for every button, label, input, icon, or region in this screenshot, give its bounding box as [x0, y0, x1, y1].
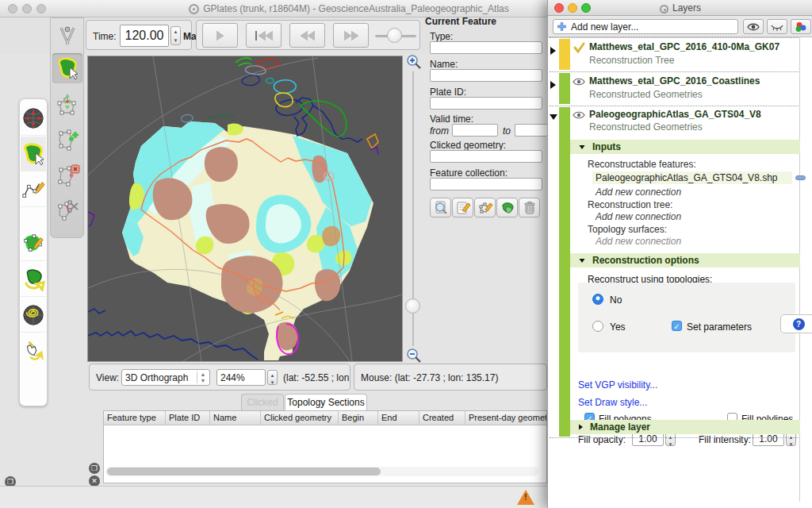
edit-geometry-button[interactable]: [474, 198, 496, 217]
manage-layer-header[interactable]: Manage layer: [570, 420, 800, 434]
name-field[interactable]: [430, 69, 542, 82]
float-dock-icon[interactable]: ❐: [89, 463, 100, 474]
col-name[interactable]: Name: [210, 411, 261, 425]
delete-feature-button[interactable]: [519, 198, 540, 217]
time-slider-handle[interactable]: [387, 28, 402, 43]
layer2-eye-icon[interactable]: [573, 77, 585, 88]
warning-icon[interactable]: [517, 490, 534, 505]
view-label: View:: [96, 372, 119, 383]
choose-feature-tool[interactable]: [52, 53, 82, 83]
zoom-percent-input[interactable]: 244%: [216, 369, 266, 386]
set-draw-style-link[interactable]: Set Draw style...: [578, 397, 647, 408]
valid-time-from-field[interactable]: [452, 124, 498, 137]
edit-feature-button[interactable]: [452, 198, 473, 217]
choose-feature-tool-main[interactable]: [21, 137, 46, 171]
layer2-name: Matthews_etal_GPC_2016_Coastlines: [589, 75, 760, 87]
add-new-layer-button[interactable]: Add new layer...: [553, 19, 738, 34]
input-file-row[interactable]: PaleogeographicAtlas_GA_GTS04_V8.shp: [592, 171, 792, 184]
tab-clicked[interactable]: Clicked: [241, 394, 284, 410]
zoom-slider-handle[interactable]: [405, 298, 420, 314]
layers-window: Layers Add new layer...: [547, 0, 812, 508]
zoom-percent-stepper[interactable]: ▲▼: [267, 370, 278, 385]
collapse-layer3-icon[interactable]: [550, 114, 557, 120]
table-horizontal-scrollbar[interactable]: [105, 467, 538, 476]
zoom-in-icon[interactable]: [406, 54, 422, 71]
current-feature-title: Current Feature: [425, 16, 496, 27]
feature-collection-field[interactable]: [430, 178, 542, 190]
insert-vertex-tool[interactable]: [52, 125, 82, 155]
radio-no[interactable]: [592, 294, 603, 305]
step-back-button[interactable]: [289, 23, 325, 48]
layer1-check-icon[interactable]: [573, 42, 585, 55]
set-vgp-visibility-link[interactable]: Set VGP visibility...: [578, 379, 657, 391]
delete-vertex-tool[interactable]: [52, 160, 82, 190]
move-vertex-tool[interactable]: [52, 90, 82, 120]
eye-closed-icon: [771, 22, 783, 32]
choose-feature-icon: [55, 56, 80, 81]
seek-start-button[interactable]: [246, 23, 282, 48]
radio-no-label: No: [610, 294, 622, 306]
set-parameters-checkbox[interactable]: ✓: [672, 321, 682, 331]
step-forward-button[interactable]: [333, 23, 369, 48]
col-end[interactable]: End: [378, 411, 419, 425]
show-all-layers-button[interactable]: [743, 19, 764, 34]
radio-yes[interactable]: [592, 321, 603, 332]
layer-row-reconstruction-tree[interactable]: Matthews_etal_GPC_2016_410-0Ma_GK07 Reco…: [548, 38, 800, 71]
small-circle-tool[interactable]: [21, 333, 46, 368]
add-connection-topology[interactable]: Add new connection: [596, 236, 681, 247]
type-field[interactable]: [430, 41, 542, 54]
options-collapse-icon: [580, 259, 585, 263]
layer-row-coastlines[interactable]: Matthews_etal_GPC_2016_Coastlines Recons…: [548, 72, 800, 105]
table-header-row: Feature type Plate ID Name Clicked geome…: [104, 411, 546, 425]
query-feature-button[interactable]: [430, 198, 451, 217]
layer3-eye-icon[interactable]: [573, 110, 585, 121]
col-feature-type[interactable]: Feature type: [104, 411, 166, 425]
layer3-name: PaleogeographicAtlas_GA_GTS04_V8: [589, 109, 761, 120]
valid-time-to-field[interactable]: [515, 124, 547, 137]
modify-pole-tool[interactable]: [21, 298, 46, 333]
measure-distance-tool[interactable]: [52, 21, 82, 51]
colour-layers-button[interactable]: [791, 19, 811, 34]
screen: GPlates (trunk, r18604M) - GeoscienceAus…: [0, 0, 812, 508]
query-icon: [433, 200, 449, 216]
col-created[interactable]: Created: [419, 411, 465, 425]
help-button[interactable]: ?: [780, 314, 812, 333]
hide-all-layers-button[interactable]: [767, 19, 787, 34]
time-stepper[interactable]: ▲▼: [170, 26, 181, 45]
close-dock-icon[interactable]: ✕: [89, 475, 100, 487]
add-connection-features[interactable]: Add new connection: [596, 187, 681, 198]
col-begin[interactable]: Begin: [339, 411, 378, 425]
inputs-section-header[interactable]: Inputs: [570, 140, 800, 154]
time-label: Time:: [93, 31, 117, 42]
split-feature-tool[interactable]: [52, 194, 82, 225]
topology-surfaces-label: Topology surfaces:: [588, 224, 667, 235]
tab-topology-sections[interactable]: Topology Sections: [285, 394, 367, 410]
col-plate-id[interactable]: Plate ID: [166, 411, 210, 425]
col-clicked-geometry[interactable]: Clicked geometry: [261, 411, 339, 425]
add-connection-tree[interactable]: Add new connection: [596, 211, 681, 222]
chevron-updown-icon: ▲▼: [197, 371, 206, 383]
globe-canvas[interactable]: [87, 56, 403, 362]
drag-globe-tool[interactable]: [21, 101, 46, 136]
play-button[interactable]: [202, 23, 238, 48]
move-feature-tool[interactable]: [21, 262, 46, 297]
zoom-slider-strip: [403, 52, 423, 365]
status-bar: [0, 486, 547, 508]
reconstructable-features-label: Reconstructable features:: [588, 159, 696, 170]
expand-layer2-icon[interactable]: [550, 81, 556, 89]
plate-id-field[interactable]: [430, 97, 542, 110]
reconstruction-options-header[interactable]: Reconstruction options: [570, 253, 800, 267]
scrollbar-thumb[interactable]: [107, 468, 381, 475]
layer-row-paleogeographic-atlas[interactable]: PaleogeographicAtlas_GA_GTS04_V8 Reconst…: [548, 106, 800, 437]
projection-select[interactable]: 3D Orthograph▲▼: [121, 369, 210, 386]
expand-layer1-icon[interactable]: [550, 47, 556, 55]
clone-feature-button[interactable]: [496, 198, 518, 217]
zoom-out-icon[interactable]: [406, 348, 422, 365]
layers-window-title: Layers: [548, 2, 812, 13]
disconnect-icon[interactable]: [795, 175, 806, 180]
clicked-geometry-field[interactable]: [430, 150, 542, 163]
time-input[interactable]: 120.00: [120, 25, 169, 47]
digitise-polygon-tool[interactable]: [21, 226, 46, 261]
col-present-day-geometry[interactable]: Present-day geometry (lat ;: [465, 411, 546, 425]
digitise-polyline-tool[interactable]: [21, 172, 46, 207]
